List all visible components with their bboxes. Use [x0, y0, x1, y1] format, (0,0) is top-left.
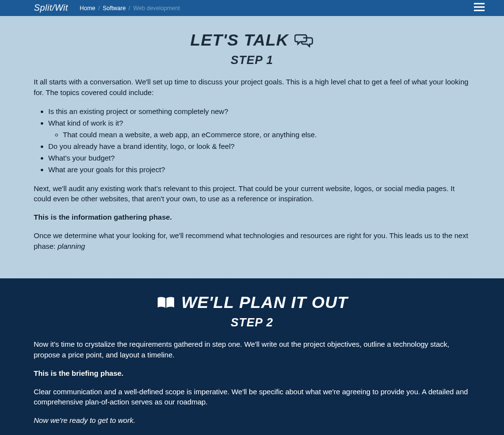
chat-bubbles-icon — [294, 33, 314, 48]
emphasis-text: planning — [58, 242, 85, 250]
navbar: Split/Wit Home / Software / Web developm… — [0, 0, 504, 16]
step-2-label: STEP 2 — [34, 316, 471, 329]
breadcrumb-separator: / — [98, 5, 99, 12]
step-2-section: WE'LL PLAN IT OUT STEP 2 Now it's time t… — [0, 278, 504, 435]
svg-rect-0 — [474, 3, 485, 4]
breadcrumb-current: Web development — [133, 5, 180, 12]
step-1-section: LET'S TALK STEP 1 It all starts with a c… — [0, 16, 504, 278]
list-item: Do you already have a brand identity, lo… — [49, 141, 471, 152]
breadcrumb-separator: / — [129, 5, 130, 12]
open-book-icon — [156, 295, 176, 310]
list-item: What's your budget? — [49, 152, 471, 164]
list-item: What are your goals for this project? — [49, 164, 471, 176]
step-1-topics-list: Is this an existing project or something… — [49, 106, 471, 176]
step-1-title: LET'S TALK — [34, 31, 471, 49]
breadcrumb: Home / Software / Web development — [80, 5, 180, 12]
text: Once we determine what your looking for,… — [34, 231, 469, 250]
breadcrumb-home[interactable]: Home — [80, 5, 95, 12]
emphasis-text: Now we're ready to get to work. — [34, 416, 136, 424]
list-item: What kind of work is it? That could mean… — [49, 117, 471, 141]
step-1-title-text: LET'S TALK — [190, 31, 289, 49]
step-1-audit-text: Next, we'll audit any existing work that… — [34, 183, 471, 205]
step-2-title: WE'LL PLAN IT OUT — [34, 293, 471, 312]
svg-rect-2 — [474, 10, 485, 11]
step-1-phase-text: This is the information gathering phase. — [34, 212, 471, 223]
svg-rect-1 — [474, 6, 485, 8]
hamburger-menu-icon[interactable] — [474, 3, 485, 14]
list-item: That could mean a website, a web app, an… — [63, 129, 471, 141]
step-2-phase-text: This is the briefing phase. — [34, 368, 471, 379]
step-2-ready-text: Now we're ready to get to work. — [34, 415, 471, 426]
step-1-label: STEP 1 — [34, 53, 471, 67]
list-item: Is this an existing project or something… — [49, 106, 471, 117]
step-1-intro: It all starts with a conversation. We'll… — [34, 77, 471, 98]
step-2-title-text: WE'LL PLAN IT OUT — [181, 293, 348, 312]
step-2-para2: Clear communication and a well-defined s… — [34, 387, 471, 408]
site-logo[interactable]: Split/Wit — [34, 3, 68, 13]
step-1-closing-text: Once we determine what your looking for,… — [34, 230, 471, 252]
step-2-para1: Now it's time to crystalize the requirem… — [34, 339, 471, 360]
list-item-text: What kind of work is it? — [49, 119, 123, 127]
breadcrumb-software[interactable]: Software — [103, 5, 126, 12]
